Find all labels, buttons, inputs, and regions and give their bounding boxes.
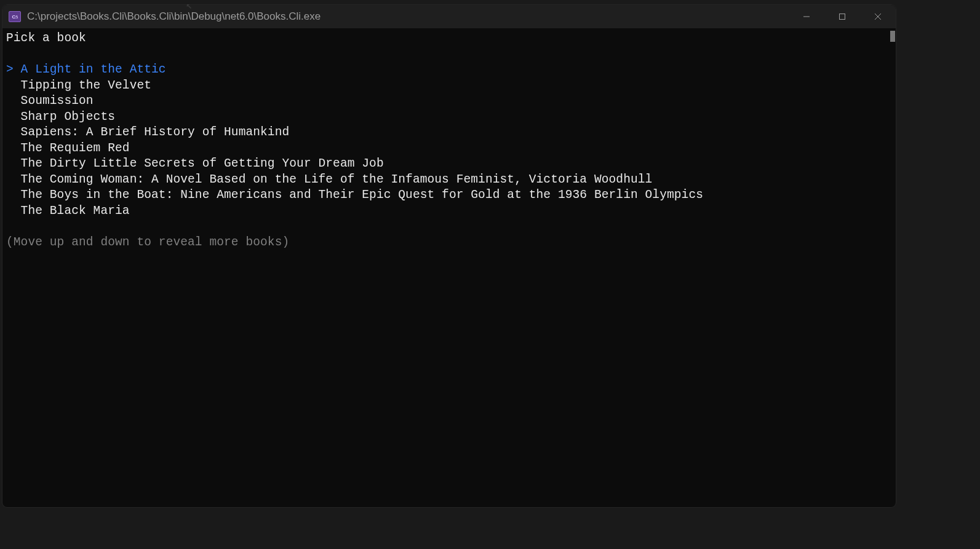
window-title: C:\projects\Books.Cli\Books.Cli\bin\Debu…: [27, 10, 321, 23]
blank-line: [6, 47, 892, 63]
minimize-icon: [803, 13, 810, 20]
list-item[interactable]: Tipping the Velvet: [6, 78, 892, 94]
list-item[interactable]: Sharp Objects: [6, 109, 892, 125]
maximize-button[interactable]: [824, 5, 860, 28]
list-item[interactable]: Sapiens: A Brief History of Humankind: [6, 125, 892, 141]
list-item[interactable]: The Black Maria: [6, 203, 892, 219]
list-item[interactable]: Soumission: [6, 93, 892, 109]
list-item[interactable]: The Requiem Red: [6, 141, 892, 157]
list-item[interactable]: The Dirty Little Secrets of Getting Your…: [6, 156, 892, 172]
prompt-text: Pick a book: [6, 31, 892, 47]
blank-line: [6, 219, 892, 235]
list-item[interactable]: The Boys in the Boat: Nine Americans and…: [6, 188, 892, 203]
console-window: C:\ C:\projects\Books.Cli\Books.Cli\bin\…: [2, 5, 896, 507]
hint-text: (Move up and down to reveal more books): [6, 235, 892, 251]
minimize-button[interactable]: [789, 5, 824, 28]
close-icon: [874, 13, 882, 20]
app-icon: C:\: [9, 11, 21, 22]
terminal-body[interactable]: Pick a book > A Light in the Attic Tippi…: [2, 28, 896, 507]
mouse-cursor: ↖: [186, 0, 192, 12]
list-item[interactable]: > A Light in the Attic: [6, 62, 892, 78]
maximize-icon: [839, 13, 846, 20]
svg-rect-1: [840, 14, 845, 20]
list-item[interactable]: The Coming Woman: A Novel Based on the L…: [6, 172, 892, 188]
close-button[interactable]: [860, 5, 896, 28]
titlebar[interactable]: C:\ C:\projects\Books.Cli\Books.Cli\bin\…: [2, 5, 896, 28]
scrollbar-thumb[interactable]: [890, 31, 895, 42]
book-list[interactable]: > A Light in the Attic Tipping the Velve…: [6, 62, 892, 219]
window-controls: [789, 5, 896, 28]
